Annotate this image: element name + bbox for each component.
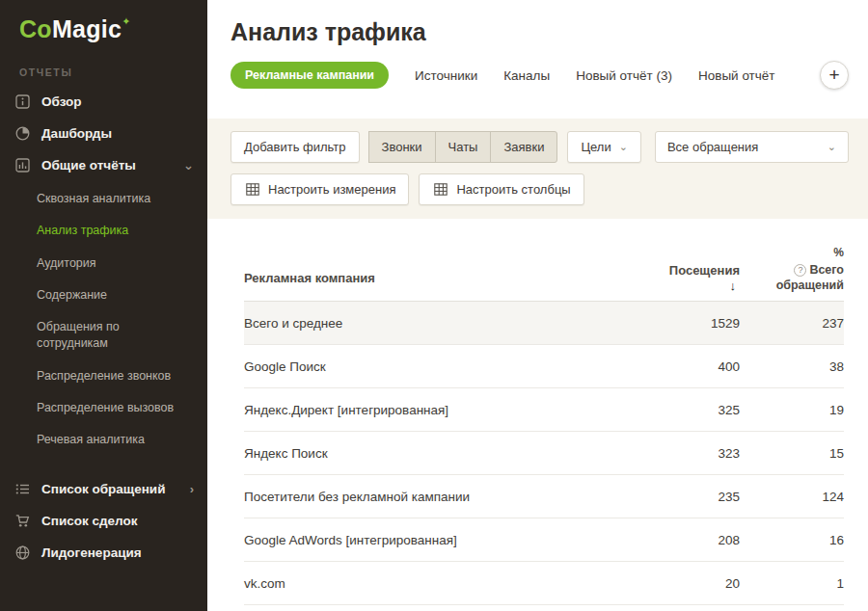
cell-total: 16 bbox=[740, 533, 844, 547]
main-content: Анализ трафика Рекламные кампании Источн… bbox=[207, 0, 868, 611]
chevron-down-icon: ⌄ bbox=[183, 158, 194, 173]
tab[interactable]: Новый отчёт (3) bbox=[576, 68, 672, 83]
sidebar-item-general-reports[interactable]: Общие отчёты ⌄ bbox=[0, 149, 207, 181]
submenu-item[interactable]: Сквозная аналитика bbox=[0, 183, 207, 215]
logo-magic: Magic bbox=[52, 15, 122, 42]
table-row[interactable]: Всего и среднее 1529 237 bbox=[244, 302, 844, 345]
sidebar-item-label: Лидогенерация bbox=[41, 545, 142, 560]
cell-total: 19 bbox=[740, 403, 844, 417]
sidebar-item-label: Список сделок bbox=[41, 514, 137, 528]
cell-visits: 20 bbox=[624, 576, 740, 591]
toggle-button[interactable]: Чаты bbox=[435, 131, 492, 163]
submenu-item[interactable]: Речевая аналитика bbox=[0, 424, 207, 456]
submenu-item[interactable]: Анализ трафика bbox=[0, 215, 207, 247]
cell-total: 15 bbox=[740, 446, 844, 461]
submenu-item[interactable]: Обращения по сотрудникам bbox=[0, 311, 207, 360]
filter-panel: Добавить фильтр Звонки Чаты Заявки Цели … bbox=[207, 119, 868, 219]
filter-row-2: Настроить измерения Настроить столбцы bbox=[231, 173, 849, 205]
sidebar-item-label: Список обращений bbox=[41, 482, 165, 496]
tab[interactable]: Новый отчёт bbox=[698, 68, 775, 83]
configure-columns-button[interactable]: Настроить столбцы bbox=[419, 173, 583, 205]
tab[interactable]: Каналы bbox=[503, 68, 550, 83]
add-filter-button[interactable]: Добавить фильтр bbox=[231, 131, 360, 163]
column-header-campaign: Рекламная компания bbox=[244, 271, 624, 293]
page-title: Анализ трафика bbox=[207, 0, 868, 46]
logo-co: Co bbox=[19, 15, 52, 42]
comagic-logo[interactable]: CoMagic✦ bbox=[0, 0, 207, 43]
help-icon[interactable]: ? bbox=[794, 264, 806, 277]
sidebar: CoMagic✦ ОТЧЕТЫ Обзор Дашборды Общие отч… bbox=[0, 0, 207, 611]
tab[interactable]: Рекламные кампании bbox=[231, 62, 389, 89]
cell-visits: 400 bbox=[624, 359, 740, 374]
column-header-visits[interactable]: Посещения ↓ bbox=[624, 263, 740, 293]
configure-measures-button[interactable]: Настроить измерения bbox=[231, 173, 409, 205]
submenu-item[interactable]: Аудитория bbox=[0, 248, 207, 279]
goals-dropdown-button[interactable]: Цели ⌄ bbox=[567, 131, 640, 163]
cell-campaign: Посетители без рекламной кампании bbox=[244, 490, 624, 504]
table-row[interactable]: Google AdWords [интегрированная] 208 16 bbox=[244, 518, 844, 562]
pie-chart-icon bbox=[14, 126, 31, 141]
cell-visits: 1529 bbox=[624, 316, 740, 331]
goals-label: Цели bbox=[581, 140, 610, 154]
cell-visits: 208 bbox=[624, 533, 740, 547]
sidebar-bottom-nav: Список обращений › Список сделок Лидоген… bbox=[0, 473, 207, 569]
reports-section-label: ОТЧЕТЫ bbox=[0, 43, 207, 86]
chevron-right-icon: › bbox=[190, 482, 194, 496]
sidebar-item-dashboards[interactable]: Дашборды bbox=[0, 118, 207, 149]
info-icon bbox=[14, 94, 31, 109]
general-reports-submenu: Сквозная аналитика Анализ трафика Аудито… bbox=[0, 181, 207, 464]
cell-total: 237 bbox=[740, 316, 844, 331]
requests-select-value: Все обращения bbox=[667, 140, 758, 154]
sidebar-item-overview[interactable]: Обзор bbox=[0, 86, 207, 118]
filter-row-1: Добавить фильтр Звонки Чаты Заявки Цели … bbox=[231, 131, 849, 163]
column-header-total: % ?Всего обращений bbox=[740, 246, 844, 293]
submenu-item[interactable]: Распределение звонков bbox=[0, 360, 207, 392]
globe-icon bbox=[14, 545, 31, 560]
percent-symbol: % bbox=[740, 246, 844, 262]
submenu-item[interactable]: Содержание bbox=[0, 279, 207, 311]
cell-campaign: Яндекс Поиск bbox=[244, 446, 624, 461]
grid-icon bbox=[432, 183, 448, 196]
total-header-line2: обращений bbox=[740, 278, 844, 293]
toggle-button[interactable]: Заявки bbox=[490, 131, 557, 163]
sidebar-item-leadgen[interactable]: Лидогенерация bbox=[0, 537, 207, 569]
chevron-down-icon: ⌄ bbox=[827, 141, 836, 153]
sidebar-item-label: Дашборды bbox=[41, 126, 112, 141]
table-body: Всего и среднее 1529 237 Google Поиск 40… bbox=[244, 302, 844, 605]
tab[interactable]: Источники bbox=[415, 68, 477, 83]
sidebar-item-label: Общие отчёты bbox=[41, 158, 136, 173]
chevron-down-icon: ⌄ bbox=[619, 141, 628, 153]
submenu-item[interactable]: Распределение вызовов bbox=[0, 392, 207, 424]
table-row[interactable]: Яндекс Поиск 323 15 bbox=[244, 432, 844, 475]
report-tabs: Рекламные кампании Источники Каналы Новы… bbox=[207, 46, 868, 90]
grid-icon bbox=[244, 183, 260, 196]
sort-desc-icon[interactable]: ↓ bbox=[624, 279, 740, 293]
configure-columns-label: Настроить столбцы bbox=[456, 182, 570, 197]
requests-select[interactable]: Все обращения ⌄ bbox=[655, 131, 849, 163]
table-row[interactable]: Посетители без рекламной кампании 235 12… bbox=[244, 475, 844, 518]
cart-icon bbox=[14, 514, 31, 528]
configure-measures-label: Настроить измерения bbox=[268, 182, 395, 197]
visits-header-label: Посещения bbox=[624, 263, 740, 278]
cell-campaign: Всего и среднее bbox=[244, 316, 624, 331]
cell-campaign: Google Поиск bbox=[244, 359, 624, 374]
total-header-line1: Всего bbox=[809, 263, 844, 277]
table-row[interactable]: Яндекс.Директ [интегрированная] 325 19 bbox=[244, 388, 844, 432]
toggle-button[interactable]: Звонки bbox=[368, 131, 436, 163]
table-header: Рекламная компания Посещения ↓ % ?Всего … bbox=[244, 242, 844, 302]
table-row[interactable]: vk.com 20 1 bbox=[244, 562, 844, 605]
cell-total: 1 bbox=[740, 576, 844, 591]
sidebar-item-requests-list[interactable]: Список обращений › bbox=[0, 473, 207, 505]
contact-type-toggle-group: Звонки Чаты Заявки bbox=[369, 131, 558, 163]
bar-chart-icon bbox=[14, 158, 31, 173]
cell-campaign: vk.com bbox=[244, 576, 624, 591]
cell-visits: 323 bbox=[624, 446, 740, 461]
sidebar-item-deals-list[interactable]: Список сделок bbox=[0, 505, 207, 537]
traffic-table: Рекламная компания Посещения ↓ % ?Всего … bbox=[244, 242, 844, 605]
cell-visits: 235 bbox=[624, 490, 740, 504]
cell-campaign: Яндекс.Директ [интегрированная] bbox=[244, 403, 624, 417]
table-row[interactable]: Google Поиск 400 38 bbox=[244, 345, 844, 388]
cell-total: 124 bbox=[740, 490, 844, 504]
cell-total: 38 bbox=[740, 359, 844, 374]
add-report-button[interactable]: + bbox=[820, 61, 849, 90]
